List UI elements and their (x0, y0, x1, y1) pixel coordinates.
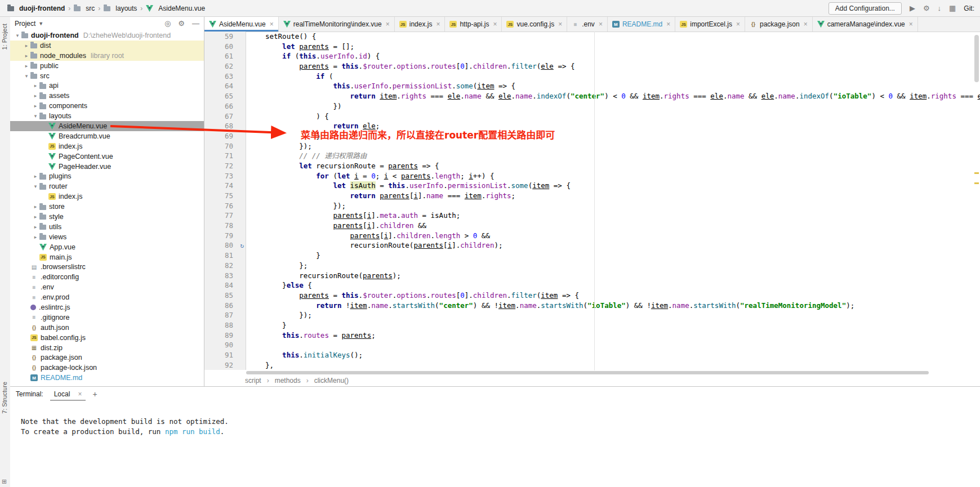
breadcrumb-asidemenu-vue[interactable]: AsideMenu.vue (144, 4, 207, 13)
tree-item-store[interactable]: ▸store (10, 202, 204, 212)
terminal-tab-local[interactable]: Local × (50, 388, 86, 401)
tree-item-src[interactable]: ▾src (10, 71, 204, 81)
chevron-closed-icon[interactable]: ▸ (23, 53, 30, 59)
chevron-closed-icon[interactable]: ▸ (32, 93, 39, 99)
tree-item-env[interactable]: ≡.env (10, 282, 204, 292)
tab-http-api-js[interactable]: JShttp-api.js× (445, 17, 502, 32)
scrollbar-thumb[interactable] (974, 35, 979, 82)
tree-item-browserslistrc[interactable]: ▤.browserslistrc (10, 262, 204, 272)
terminal-output[interactable]: Note that the development build is not o… (10, 401, 980, 437)
close-icon[interactable]: × (386, 20, 390, 28)
breadcrumb-script[interactable]: script (245, 377, 261, 385)
run-icon[interactable]: ▶ (910, 5, 915, 12)
tree-item-editorconfig[interactable]: ≡.editorconfig (10, 272, 204, 282)
close-icon[interactable]: × (436, 20, 440, 28)
recursive-call-icon[interactable]: ↻ (240, 241, 244, 251)
chevron-closed-icon[interactable]: ▸ (32, 234, 39, 240)
settings-gear-icon[interactable]: ⚙ (923, 5, 930, 12)
close-icon[interactable]: × (666, 20, 670, 28)
close-icon[interactable]: × (736, 20, 740, 28)
tree-item-gitignore[interactable]: ≡.gitignore (10, 312, 204, 323)
project-view-selector[interactable]: Project (15, 20, 35, 28)
tab-package-json[interactable]: {}package.json× (745, 17, 813, 32)
chevron-closed-icon[interactable]: ▸ (32, 173, 39, 179)
close-icon[interactable]: × (909, 20, 913, 28)
breadcrumb-src[interactable]: src (72, 4, 96, 13)
tree-item-readme-md[interactable]: MREADME.md (10, 373, 204, 383)
tab-index-js[interactable]: JSindex.js× (395, 17, 446, 32)
tree-item-app-vue[interactable]: App.vue (10, 242, 204, 252)
breadcrumb-layouts[interactable]: layouts (102, 4, 139, 13)
tree-item-env-prod[interactable]: ≡.env.prod (10, 292, 204, 302)
add-configuration-button[interactable]: Add Configuration... (828, 2, 902, 15)
tree-item-package-json[interactable]: {}package.json (10, 353, 204, 363)
hide-panel-icon[interactable]: — (192, 20, 199, 27)
tree-item-layouts[interactable]: ▾layouts (10, 111, 204, 121)
tree-item-components[interactable]: ▸components (10, 101, 204, 111)
warning-stripe-mark[interactable] (974, 182, 979, 184)
tree-item-router[interactable]: ▾router (10, 181, 204, 191)
close-icon[interactable]: × (558, 20, 562, 28)
chevron-closed-icon[interactable]: ▸ (32, 83, 39, 88)
tab-importexcel-js[interactable]: JSimportExcel.js× (675, 17, 745, 32)
project-stripe-button[interactable]: 1: Project (1, 24, 8, 50)
chevron-open-icon[interactable]: ▾ (32, 113, 39, 119)
horizontal-scrollbar[interactable] (246, 370, 972, 375)
close-icon[interactable]: × (270, 20, 274, 28)
code-editor[interactable]: 59setRoute() {60 let parents = [];61 if … (204, 32, 980, 370)
tree-item-pagecontent-vue[interactable]: PageContent.vue (10, 151, 204, 162)
close-icon[interactable]: × (804, 20, 808, 28)
tree-item-style[interactable]: ▸style (10, 212, 204, 222)
tree-item-node-modules[interactable]: ▸node_moduleslibrary root (10, 51, 204, 61)
chevron-closed-icon[interactable]: ▸ (32, 204, 39, 209)
chevron-open-icon[interactable]: ▾ (23, 73, 30, 79)
chevron-closed-icon[interactable]: ▸ (32, 224, 39, 230)
tree-item-public[interactable]: ▸public (10, 61, 204, 71)
tab-cameramanage-index-vue[interactable]: cameraManage\index.vue× (813, 17, 918, 32)
chevron-open-icon[interactable]: ▾ (14, 33, 21, 38)
tree-item-dist-zip[interactable]: ▦dist.zip (10, 343, 204, 353)
git-label[interactable]: Git: (964, 5, 974, 12)
tree-item-dist[interactable]: ▸dist (10, 41, 204, 51)
chevron-open-icon[interactable]: ▾ (32, 184, 39, 189)
tree-item-auth-json[interactable]: {}auth.json (10, 323, 204, 333)
tab-vue-config-js[interactable]: JSvue.config.js× (502, 17, 567, 32)
tree-item-babel-config-js[interactable]: JSbabel.config.js (10, 333, 204, 343)
vertical-scrollbar[interactable] (973, 32, 980, 370)
breadcrumb-methods[interactable]: methods (275, 377, 301, 385)
tree-item-duoji-frontend[interactable]: ▾duoji-frontendD:\zheheWeb\duoji-fronten… (10, 30, 204, 41)
scrollbar-thumb[interactable] (246, 371, 929, 374)
tab-env[interactable]: ≡.env× (567, 17, 608, 32)
tree-item-breadcrumb-vue[interactable]: Breadcrumb.vue (10, 131, 204, 141)
tree-item-index-js[interactable]: JSindex.js (10, 191, 204, 202)
tree-item-main-js[interactable]: JSmain.js (10, 252, 204, 262)
warning-stripe-mark[interactable] (974, 172, 979, 174)
close-icon[interactable]: × (493, 20, 497, 28)
chevron-closed-icon[interactable]: ▸ (32, 103, 39, 109)
tree-item-index-js[interactable]: JSindex.js (10, 141, 204, 151)
tree-item-api[interactable]: ▸api (10, 81, 204, 91)
tab-realtimemonitoring-index-vue[interactable]: realTimeMonitoring\index.vue× (279, 17, 395, 32)
window-switcher-icon[interactable]: ⊞ (2, 478, 7, 485)
update-project-icon[interactable]: ↓ (938, 5, 942, 12)
new-terminal-icon[interactable]: + (92, 390, 97, 399)
close-icon[interactable]: × (78, 390, 82, 398)
tree-item-views[interactable]: ▸views (10, 232, 204, 242)
tree-item-assets[interactable]: ▸assets (10, 91, 204, 101)
breadcrumb-clickmenu[interactable]: clickMenu() (314, 377, 349, 385)
tab-readme-md[interactable]: MREADME.md× (608, 17, 675, 32)
breadcrumb-duoji-frontend[interactable]: duoji-frontend (6, 4, 66, 13)
tool-windows-icon[interactable]: ▦ (949, 5, 956, 12)
tree-item-asidemenu-vue[interactable]: AsideMenu.vue (10, 121, 204, 131)
tree-item-eslintrc-js[interactable]: .eslintrc.js (10, 302, 204, 312)
tree-item-package-lock-json[interactable]: {}package-lock.json (10, 363, 204, 373)
tab-asidemenu-vue[interactable]: AsideMenu.vue× (204, 17, 279, 32)
close-icon[interactable]: × (599, 20, 603, 28)
settings-gear-icon[interactable]: ⚙ (178, 20, 185, 27)
chevron-closed-icon[interactable]: ▸ (23, 63, 30, 69)
tree-item-plugins[interactable]: ▸plugins (10, 171, 204, 181)
chevron-closed-icon[interactable]: ▸ (32, 214, 39, 220)
chevron-closed-icon[interactable]: ▸ (23, 43, 30, 48)
structure-stripe-button[interactable]: 7: Structure (1, 382, 8, 414)
locate-file-icon[interactable]: ◎ (164, 20, 171, 27)
